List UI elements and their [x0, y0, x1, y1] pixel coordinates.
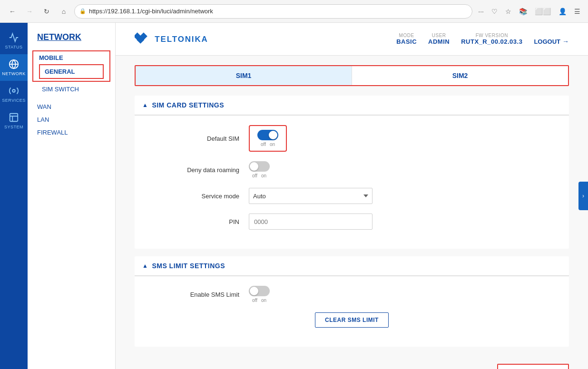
back-button[interactable]: ← — [6, 5, 19, 18]
sim-card-settings-header[interactable]: ▲ SIM CARD SETTINGS — [135, 96, 569, 115]
sms-on-label: on — [261, 298, 266, 303]
network-label: NETWORK — [2, 71, 26, 76]
pin-row: PIN — [154, 214, 550, 230]
svg-point-2 — [12, 89, 15, 92]
browser-bar: ← → ↻ ⌂ 🔒 https://192.168.1.1/cgi-bin/lu… — [0, 0, 588, 23]
sidebar-item-services[interactable]: SERVICES — [0, 81, 28, 107]
deny-roaming-row: Deny data roaming off on — [154, 161, 550, 178]
header-mode: MODE BASIC — [396, 33, 417, 45]
home-button[interactable]: ⌂ — [57, 5, 70, 18]
service-mode-select[interactable]: Auto 2G only 3G only 4G only — [249, 188, 372, 204]
reload-button[interactable]: ↻ — [40, 5, 53, 18]
header: TELTONIKA MODE BASIC USER ADMIN FW VERSI… — [116, 23, 588, 56]
forward-button[interactable]: → — [23, 5, 36, 18]
user-label: USER — [432, 33, 446, 38]
default-sim-label: Default SIM — [154, 135, 239, 142]
sms-limit-settings-section: ▲ SMS LIMIT SETTINGS Enable SMS Limit — [135, 256, 569, 347]
deny-off-label: off — [252, 173, 257, 178]
enable-sms-row: Enable SMS Limit off on — [154, 286, 550, 303]
service-mode-row: Service mode Auto 2G only 3G only 4G onl… — [154, 188, 550, 204]
star-button[interactable]: ☆ — [503, 6, 513, 17]
enable-sms-toggle[interactable] — [249, 286, 270, 296]
mode-label: MODE — [399, 33, 414, 38]
nav-item-wan[interactable]: WAN — [28, 100, 115, 113]
logout-button[interactable]: LOGOUT → — [534, 38, 569, 45]
sms-toggle-labels: off on — [252, 298, 266, 303]
sms-limit-settings-header[interactable]: ▲ SMS LIMIT SETTINGS — [135, 256, 569, 276]
nav-item-mobile[interactable]: MOBILE — [37, 52, 106, 63]
toggle-knob-off — [250, 162, 258, 171]
services-label: SERVICES — [2, 98, 25, 103]
logo: TELTONIKA — [135, 29, 211, 49]
browser-actions: ··· ♡ ☆ 📚 ⬜⬜ 👤 ☰ — [476, 6, 582, 17]
default-sim-toggle-group: off on — [249, 125, 287, 152]
header-user: USER ADMIN — [428, 33, 450, 45]
default-sim-row: Default SIM off on — [154, 125, 550, 152]
sms-off-label: off — [252, 298, 257, 303]
icon-sidebar: STATUS NETWORK SERVICES SYSTEM — [0, 23, 28, 369]
clear-sms-row: CLEAR SMS LIMIT — [154, 312, 550, 328]
svg-rect-3 — [10, 114, 18, 122]
pin-input[interactable] — [249, 214, 372, 230]
lock-icon: 🔒 — [79, 8, 86, 14]
app-container: STATUS NETWORK SERVICES SYSTEM — [0, 23, 588, 369]
collapse-arrow: ▲ — [142, 102, 148, 108]
logout-icon: → — [562, 38, 569, 45]
tabs-container: SIM1 SIM2 — [135, 65, 569, 86]
page-content: SIM1 SIM2 ▲ SIM CARD SETTINGS Default SI… — [116, 56, 588, 369]
sidebar-item-system[interactable]: SYSTEM — [0, 107, 28, 134]
tab-sim1[interactable]: SIM1 — [136, 66, 352, 85]
header-right: MODE BASIC USER ADMIN FW VERSION RUTX_R_… — [396, 33, 569, 45]
deny-roaming-label: Deny data roaming — [154, 166, 239, 174]
nav-item-general[interactable]: GENERAL — [43, 66, 100, 77]
nav-item-lan[interactable]: LAN — [28, 113, 115, 126]
sim-card-settings-body: Default SIM off on — [135, 116, 569, 249]
more-tools-button[interactable]: ··· — [476, 6, 486, 17]
enable-sms-label: Enable SMS Limit — [154, 291, 239, 298]
service-mode-label: Service mode — [154, 193, 239, 200]
pin-label: PIN — [154, 218, 239, 225]
deny-roaming-toggle-plain: off on — [249, 161, 270, 178]
sim-card-settings-title: SIM CARD SETTINGS — [152, 101, 224, 109]
main-content: TELTONIKA MODE BASIC USER ADMIN FW VERSI… — [116, 23, 588, 369]
sidebar-item-network[interactable]: NETWORK — [0, 54, 28, 81]
toggle-knob — [269, 131, 277, 139]
menu-button[interactable]: ☰ — [572, 6, 582, 17]
clear-sms-button[interactable]: CLEAR SMS LIMIT — [315, 312, 389, 328]
nav-item-firewall[interactable]: FIREWALL — [28, 126, 115, 139]
system-label: SYSTEM — [4, 125, 23, 129]
toggle-labels: off on — [261, 142, 275, 147]
nav-section-title[interactable]: NETWORK — [28, 32, 115, 49]
fw-label: FW VERSION — [476, 33, 508, 38]
profile-button[interactable]: 👤 — [557, 6, 568, 17]
sms-limit-settings-body: Enable SMS Limit off on — [135, 276, 569, 347]
user-value: ADMIN — [428, 38, 450, 45]
status-label: STATUS — [5, 45, 22, 49]
address-bar[interactable]: 🔒 https://192.168.1.1/cgi-bin/luci/admin… — [74, 4, 472, 19]
sim-card-settings-section: ▲ SIM CARD SETTINGS Default SIM — [135, 96, 569, 249]
default-sim-toggle[interactable] — [257, 130, 278, 140]
save-apply-button[interactable]: SAVE & APPLY — [497, 364, 569, 369]
right-panel-toggle[interactable]: › — [578, 182, 588, 210]
enable-sms-toggle-plain: off on — [249, 286, 270, 303]
off-label: off — [261, 142, 266, 147]
deny-roaming-labels: off on — [252, 173, 266, 178]
sms-toggle-knob — [250, 287, 258, 295]
url-text: https://192.168.1.1/cgi-bin/luci/admin/n… — [89, 8, 467, 15]
tab-sim2[interactable]: SIM2 — [352, 66, 568, 85]
on-label: on — [270, 142, 275, 147]
mode-value: BASIC — [396, 38, 417, 45]
sidebar-item-status[interactable]: STATUS — [0, 28, 28, 54]
bookmarks-library-button[interactable]: 📚 — [517, 6, 529, 17]
logout-label: LOGOUT — [534, 38, 560, 45]
svg-text:TELTONIKA: TELTONIKA — [155, 35, 208, 44]
sms-limit-settings-title: SMS LIMIT SETTINGS — [152, 262, 225, 270]
reader-view-button[interactable]: ⬜⬜ — [533, 6, 553, 17]
save-row: SAVE & APPLY — [135, 354, 569, 369]
nav-item-sim-switch[interactable]: SIM SWITCH — [28, 83, 115, 96]
sms-collapse-arrow: ▲ — [142, 262, 148, 269]
header-fw: FW VERSION RUTX_R_00.02.03.3 — [461, 33, 522, 45]
bookmark-button[interactable]: ♡ — [490, 6, 500, 17]
fw-value: RUTX_R_00.02.03.3 — [461, 38, 522, 45]
deny-roaming-toggle[interactable] — [249, 161, 270, 172]
